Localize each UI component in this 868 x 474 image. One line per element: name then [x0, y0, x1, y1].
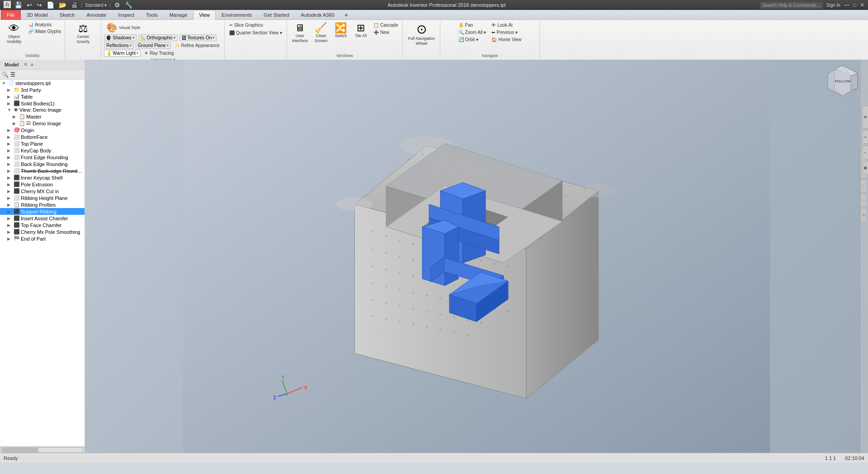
tab-sketch[interactable]: Sketch [54, 10, 81, 20]
expand-icon-12[interactable]: ▶ [7, 162, 13, 166]
btn-object-visibility[interactable]: 👁 ObjectVisibility [3, 22, 25, 46]
tab-3dmodel[interactable]: 3D Model [21, 10, 54, 20]
expand-icon-0[interactable]: ▼ [2, 81, 7, 85]
tree-menu-btn[interactable]: ☰ [10, 71, 15, 78]
btn-visual-style[interactable]: 🎨 Visual Style [104, 22, 142, 33]
qa-extra2[interactable]: 🔧 [124, 1, 133, 9]
qa-undo[interactable]: ↩ [26, 1, 33, 9]
expand-icon-20[interactable]: ▶ [7, 216, 13, 221]
btn-user-interface[interactable]: 🖥 UserInterface [290, 22, 310, 45]
expand-icon-1[interactable]: ▶ [7, 88, 13, 92]
tab-a360[interactable]: Autodesk A360 [295, 10, 340, 20]
btn-tile-all[interactable]: ⊞ Tile All [352, 22, 370, 40]
btn-switch[interactable]: 🔀 Switch [332, 22, 350, 40]
tree-item-23[interactable]: ▶🏁End of Part [0, 235, 85, 242]
btn-textures[interactable]: 🖼 Textures On ▾ [179, 34, 217, 41]
btn-orthographic[interactable]: 📐 Orthographic ▾ [138, 34, 178, 41]
expand-icon-21[interactable]: ▶ [7, 223, 13, 228]
tab-manage[interactable]: Manage [164, 10, 193, 20]
scroll-thumb[interactable] [2, 448, 38, 452]
right-scroll-btn-2[interactable]: + [862, 130, 868, 144]
qa-extra[interactable]: ⚙ [113, 1, 121, 9]
qa-save[interactable]: 💾 [14, 1, 23, 9]
btn-cascade[interactable]: 📋 Cascade [372, 22, 400, 28]
tab-add[interactable]: + [340, 10, 352, 20]
tree-item-13[interactable]: ▶⬜Thumb Back-edge Rounding (Suppressed) [0, 167, 85, 174]
tree-item-21[interactable]: ▶⬛Top Face Chamfer [0, 222, 85, 228]
btn-imate-glyphs[interactable]: 🔗 iMate Glyphs [27, 28, 62, 34]
scroll-track[interactable] [2, 447, 83, 453]
expand-icon-14[interactable]: ▶ [7, 175, 13, 180]
tree-item-6[interactable]: ▶📋☑Demo Image [0, 120, 85, 127]
close-btn[interactable]: ✕ [860, 2, 864, 8]
tab-getstarted[interactable]: Get Started [258, 10, 295, 20]
right-scroll-btn-1[interactable]: ⟳ [862, 106, 868, 128]
btn-slice-graphics[interactable]: ✂ Slice Graphics [227, 22, 265, 28]
btn-ground-plane[interactable]: Ground Plane ▾ [136, 42, 171, 49]
tree-item-3[interactable]: ▶⬛Solid Bodies(1) [0, 100, 85, 107]
expand-icon-4[interactable]: ▼ [7, 108, 13, 112]
tree-item-5[interactable]: ▶📋Master [0, 113, 85, 120]
checkbox-6[interactable]: ☑ [26, 120, 31, 126]
expand-icon-3[interactable]: ▶ [7, 101, 13, 106]
tab-environments[interactable]: Environments [216, 10, 258, 20]
tree-item-0[interactable]: ▼📄stenotoppers.ipt [0, 80, 85, 86]
tab-tools[interactable]: Tools [140, 10, 164, 20]
btn-pan[interactable]: ✋ Pan [457, 22, 488, 28]
tree-item-2[interactable]: ▶📊Table [0, 93, 85, 100]
tree-item-1[interactable]: ▶📁3rd Party [0, 86, 85, 93]
btn-home-view[interactable]: 🏠 Home View [490, 36, 523, 43]
btn-new-window[interactable]: ➕ New [372, 29, 400, 36]
expand-icon-5[interactable]: ▶ [13, 114, 18, 119]
btn-analysis[interactable]: 📊 Analysis [27, 22, 62, 28]
expand-icon-11[interactable]: ▶ [7, 155, 13, 160]
expand-icon-2[interactable]: ▶ [7, 95, 13, 99]
tab-annotate[interactable]: Annotate [80, 10, 112, 20]
expand-icon-15[interactable]: ▶ [7, 182, 13, 187]
viewport[interactable]: FOLLOW ⟳ + − ⊞ [85, 60, 868, 453]
tree-item-9[interactable]: ▶⬜Top Plane [0, 140, 85, 147]
tree-item-4[interactable]: ▼👁View: Demo Image [0, 107, 85, 113]
expand-icon-23[interactable]: ▶ [7, 237, 13, 241]
expand-icon-18[interactable]: ▶ [7, 203, 13, 207]
btn-reflections[interactable]: Reflections ▾ [104, 42, 133, 49]
btn-zoom-all[interactable]: 🔍 Zoom All ▾ [457, 29, 488, 36]
model-tab[interactable]: Model [3, 62, 21, 68]
qa-redo[interactable]: ↪ [36, 1, 43, 9]
expand-icon-17[interactable]: ▶ [7, 196, 13, 200]
btn-clean-screen[interactable]: 🧹 CleanScreen [312, 22, 330, 45]
tab-view[interactable]: View [193, 10, 216, 20]
right-scroll-btn-3[interactable]: − [862, 146, 868, 159]
btn-quarter-section[interactable]: ⬛ Quarter Section View ▾ [227, 29, 284, 36]
tree-item-20[interactable]: ▶⬛Insert Assist Chamfer [0, 215, 85, 222]
tree-item-8[interactable]: ▶⬜BottomFace [0, 133, 85, 140]
tree-item-18[interactable]: ▶📋Ribbing Profiles [0, 201, 85, 208]
tree-item-17[interactable]: ▶⬜Ribbing Height Plane [0, 194, 85, 201]
btn-center-gravity[interactable]: ⚖ CenterGravity [74, 22, 92, 46]
tree-item-22[interactable]: ▶⬛Cherry Mx Pole Smoothing [0, 228, 85, 235]
qa-print[interactable]: 🖨 [70, 1, 78, 9]
dropdown-standard[interactable]: Standard ▾ [85, 3, 107, 8]
qa-open[interactable]: 📂 [58, 1, 67, 9]
expand-icon-6[interactable]: ▶ [13, 121, 18, 126]
btn-fullnav-wheel[interactable]: ⊙ Full NavigationWheel [406, 22, 437, 47]
sign-in-btn[interactable]: Sign In [826, 3, 840, 8]
minimize-btn[interactable]: — [844, 2, 849, 8]
tree-search-btn[interactable]: 🔍 [2, 71, 9, 78]
right-scroll-btn-4[interactable]: ⊞ [862, 161, 868, 175]
tree-item-14[interactable]: ▶⬛Inner Keycap Shell [0, 174, 85, 181]
btn-ray-tracing[interactable]: ☀ Ray Tracing [142, 50, 175, 57]
model-close[interactable]: ✕ [24, 62, 28, 67]
tree-item-7[interactable]: ▶🎯Origin [0, 127, 85, 133]
maximize-btn[interactable]: □ [853, 2, 856, 8]
btn-shadows[interactable]: 🌒 Shadows ▾ [104, 34, 136, 41]
btn-warm-light[interactable]: 💡 Warm Light ▾ [104, 50, 141, 57]
model-add[interactable]: + [30, 61, 34, 68]
tree-item-12[interactable]: ▶⬜Back Edge Rounding [0, 161, 85, 167]
btn-refine-appearance[interactable]: ✨ Refine Appearance [173, 42, 222, 49]
btn-orbit[interactable]: 🔄 Orbit ▾ [457, 36, 488, 43]
tab-file[interactable]: File [1, 10, 21, 20]
btn-look-at[interactable]: 👁 Look At [490, 22, 523, 28]
feature-tree[interactable]: ▼📄stenotoppers.ipt▶📁3rd Party▶📊Table▶⬛So… [0, 80, 85, 446]
bottom-scrollbar[interactable] [0, 446, 85, 453]
